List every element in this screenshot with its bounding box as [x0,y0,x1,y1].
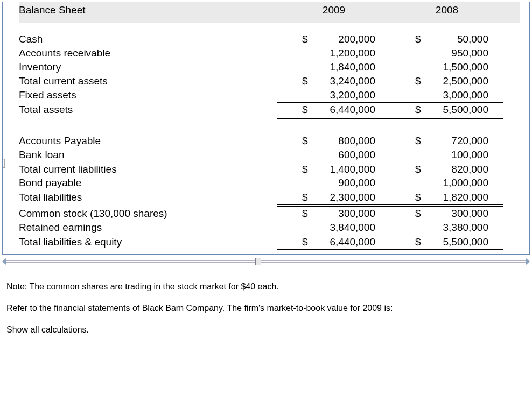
value-inv-2009: 1,840,000 [330,60,375,74]
label-ar: Accounts receivable [19,46,277,60]
currency-symbol: $ [415,32,421,46]
value-tle-2009: 6,440,000 [330,235,375,249]
label-bl: Bank loan [19,148,277,162]
label-cash: Cash [19,32,277,46]
row-accounts-receivable: Accounts receivable 1,200,000 950,000 [19,46,520,60]
currency-symbol: $ [415,207,421,221]
row-total-current-assets: Total current assets $3,240,000 $2,500,0… [19,74,520,88]
row-common-stock: Common stock (130,000 shares) $300,000 $… [19,207,520,221]
value-bp-2009: 900,000 [338,176,375,190]
currency-symbol: $ [302,235,308,249]
value-ar-2008: 950,000 [451,46,488,60]
label-ap: Accounts Payable [19,134,277,148]
value-cash-2009: 200,000 [338,32,375,46]
scrollbar-track[interactable] [6,260,526,263]
value-bl-2009: 600,000 [338,148,375,162]
value-tl-2008: 1,820,000 [443,190,488,204]
label-tl: Total liabilities [19,190,277,207]
row-total-liabilities-equity: Total liabilities & equity $6,440,000 $5… [19,235,520,251]
horizontal-scrollbar[interactable] [2,257,530,266]
label-cs: Common stock (130,000 shares) [19,207,277,221]
currency-symbol: $ [415,235,421,249]
row-inventory: Inventory 1,840,000 1,500,000 [19,60,520,75]
value-ap-2009: 800,000 [338,134,375,148]
value-tcl-2008: 820,000 [451,162,488,176]
value-ta-2009: 6,440,000 [330,103,375,117]
page-container: Balance Sheet 2009 2008 Cash $200,000 $5… [2,2,530,335]
value-fa-2008: 3,000,000 [443,88,488,102]
value-re-2008: 3,380,000 [443,221,488,235]
value-tca-2009: 3,240,000 [330,74,375,88]
header-year-2008: 2008 [390,4,503,16]
currency-symbol: $ [415,162,421,176]
value-cs-2009: 300,000 [338,207,375,221]
row-accounts-payable: Accounts Payable $800,000 $720,000 [19,134,520,148]
value-tle-2008: 5,500,000 [443,235,488,249]
header-year-2009: 2009 [277,4,390,16]
value-tl-2009: 2,300,000 [330,190,375,204]
balance-sheet-table: Balance Sheet 2009 2008 Cash $200,000 $5… [2,2,530,255]
currency-symbol: $ [415,134,421,148]
currency-symbol: $ [302,207,308,221]
currency-symbol: $ [415,190,421,204]
value-tcl-2009: 1,400,000 [330,162,375,176]
table-header: Balance Sheet 2009 2008 [19,2,520,23]
value-tca-2008: 2,500,000 [443,74,488,88]
currency-symbol: $ [302,103,308,117]
currency-symbol: $ [302,32,308,46]
value-bp-2008: 1,000,000 [443,176,488,190]
currency-symbol: $ [302,134,308,148]
currency-symbol: $ [302,190,308,204]
note-share-price: Note: The common shares are trading in t… [6,282,530,292]
label-tcl: Total current liabilities [19,162,277,176]
currency-symbol: $ [302,162,308,176]
row-total-current-liabilities: Total current liabilities $1,400,000 $82… [19,162,520,176]
row-total-assets: Total assets $6,440,000 $5,500,000 [19,103,520,119]
row-bank-loan: Bank loan 600,000 100,000 [19,148,520,162]
row-cash: Cash $200,000 $50,000 [19,32,520,46]
label-tle: Total liabilities & equity [19,235,277,251]
row-total-liabilities: Total liabilities $2,300,000 $1,820,000 [19,190,520,207]
label-tca: Total current assets [19,74,277,88]
value-ar-2009: 1,200,000 [330,46,375,60]
label-inv: Inventory [19,60,277,75]
value-re-2009: 3,840,000 [330,221,375,235]
header-title: Balance Sheet [19,4,277,16]
currency-symbol: $ [302,74,308,88]
currency-symbol: $ [415,74,421,88]
currency-symbol: $ [415,103,421,117]
question-text: Refer to the financial statements of Bla… [6,303,530,313]
row-retained-earnings: Retained earnings 3,840,000 3,380,000 [19,221,520,235]
value-cs-2008: 300,000 [451,207,488,221]
value-bl-2008: 100,000 [451,148,488,162]
value-ap-2008: 720,000 [451,134,488,148]
scrollbar-thumb[interactable] [255,258,261,265]
value-inv-2008: 1,500,000 [443,60,488,74]
notes-section: Note: The common shares are trading in t… [2,266,530,335]
row-fixed-assets: Fixed assets 3,200,000 3,000,000 [19,88,520,103]
label-fa: Fixed assets [19,88,277,103]
value-cash-2008: 50,000 [457,32,488,46]
label-re: Retained earnings [19,221,277,235]
label-ta: Total assets [19,103,277,119]
scroll-right-icon[interactable] [526,258,530,265]
decor-bracket: ] [3,157,6,168]
label-bp: Bond payable [19,176,277,190]
value-fa-2009: 3,200,000 [330,88,375,102]
value-ta-2008: 5,500,000 [443,103,488,117]
instruction-text: Show all calculations. [6,325,530,335]
scroll-left-icon[interactable] [2,258,6,265]
row-bond-payable: Bond payable 900,000 1,000,000 [19,176,520,190]
